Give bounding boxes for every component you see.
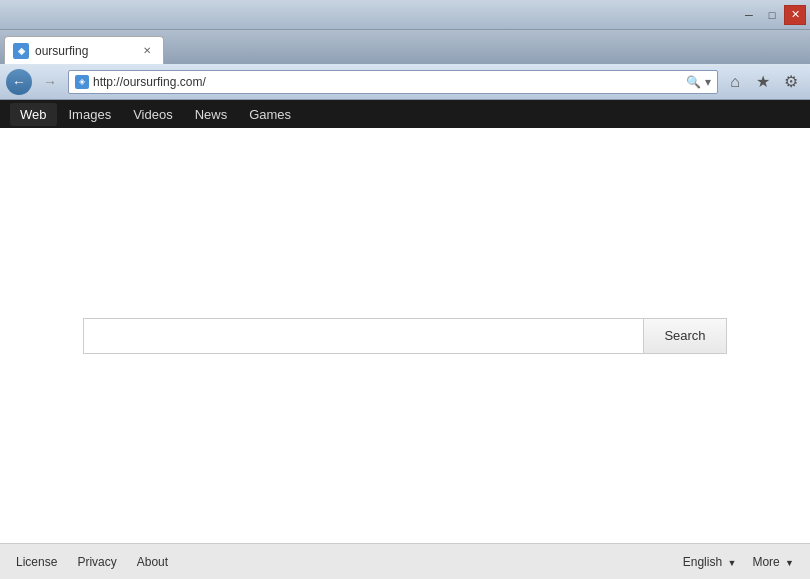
menu-videos[interactable]: Videos xyxy=(123,103,183,126)
tab-close-button[interactable]: ✕ xyxy=(139,43,155,59)
footer-language-label: English xyxy=(683,555,722,569)
tab-title: oursurfing xyxy=(35,44,88,58)
menu-games[interactable]: Games xyxy=(239,103,301,126)
favorites-button[interactable]: ★ xyxy=(750,69,776,95)
language-dropdown-arrow: ▼ xyxy=(727,558,736,568)
search-input[interactable] xyxy=(83,318,643,354)
footer-language-selector[interactable]: English ▼ xyxy=(683,555,737,569)
address-search-icon: 🔍 xyxy=(686,75,701,89)
footer-about-link[interactable]: About xyxy=(137,555,168,569)
address-favicon: ◈ xyxy=(75,75,89,89)
menu-images[interactable]: Images xyxy=(59,103,122,126)
footer-more-label: More xyxy=(752,555,779,569)
nav-bar: ← → ◈ http://oursurfing.com/ 🔍 ▾ ⌂ ★ ⚙ xyxy=(0,64,810,100)
window-controls: ─ □ ✕ xyxy=(738,5,806,25)
footer-links: License Privacy About xyxy=(16,555,168,569)
active-tab[interactable]: ◈ oursurfing ✕ xyxy=(4,36,164,64)
address-refresh-button[interactable]: ▾ xyxy=(705,75,711,89)
footer: License Privacy About English ▼ More ▼ xyxy=(0,543,810,579)
forward-button[interactable]: → xyxy=(36,69,64,95)
menu-web[interactable]: Web xyxy=(10,103,57,126)
tab-favicon: ◈ xyxy=(13,43,29,59)
address-bar[interactable]: ◈ http://oursurfing.com/ 🔍 ▾ xyxy=(68,70,718,94)
footer-privacy-link[interactable]: Privacy xyxy=(77,555,116,569)
settings-button[interactable]: ⚙ xyxy=(778,69,804,95)
search-button[interactable]: Search xyxy=(643,318,726,354)
menu-news[interactable]: News xyxy=(185,103,238,126)
menu-bar: Web Images Videos News Games xyxy=(0,100,810,128)
footer-more-button[interactable]: More ▼ xyxy=(752,555,794,569)
search-container: Search xyxy=(83,318,726,354)
home-button[interactable]: ⌂ xyxy=(722,69,748,95)
address-url: http://oursurfing.com/ xyxy=(93,75,682,89)
more-dropdown-arrow: ▼ xyxy=(785,558,794,568)
back-button[interactable]: ← xyxy=(6,69,32,95)
footer-license-link[interactable]: License xyxy=(16,555,57,569)
minimize-button[interactable]: ─ xyxy=(738,5,760,25)
main-content: Search xyxy=(0,128,810,543)
title-bar: ─ □ ✕ xyxy=(0,0,810,30)
nav-actions: ⌂ ★ ⚙ xyxy=(722,69,804,95)
restore-button[interactable]: □ xyxy=(761,5,783,25)
close-button[interactable]: ✕ xyxy=(784,5,806,25)
footer-right: English ▼ More ▼ xyxy=(683,555,794,569)
tab-bar: ◈ oursurfing ✕ xyxy=(0,30,810,64)
